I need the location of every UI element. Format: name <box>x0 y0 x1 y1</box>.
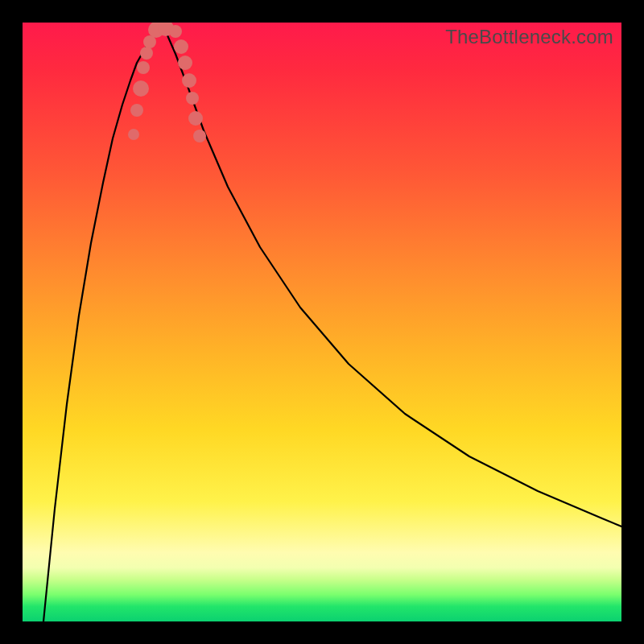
data-point-marker <box>130 104 143 117</box>
curve-group <box>43 26 621 621</box>
curve-right-branch <box>161 26 621 526</box>
data-point-marker <box>188 111 203 126</box>
chart-svg <box>23 23 621 621</box>
data-point-marker <box>140 47 153 60</box>
data-point-marker <box>178 56 192 70</box>
plot-area: TheBottleneck.com <box>23 23 621 621</box>
data-point-marker <box>182 73 196 88</box>
data-point-marker <box>137 61 150 74</box>
data-point-marker <box>128 129 139 140</box>
chart-frame: TheBottleneck.com <box>0 0 644 644</box>
data-point-marker <box>193 130 206 142</box>
marker-group <box>128 23 206 142</box>
data-point-marker <box>133 80 149 97</box>
data-point-marker <box>174 39 188 54</box>
data-point-marker <box>186 92 199 105</box>
data-point-marker <box>169 25 182 38</box>
curve-left-branch <box>43 26 161 621</box>
